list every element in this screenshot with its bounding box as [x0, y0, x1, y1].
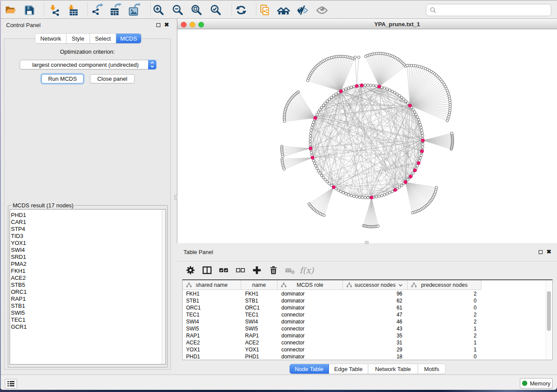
- network-canvas[interactable]: [177, 30, 557, 243]
- table-row[interactable]: ORC1ORC1dominator610: [183, 304, 481, 311]
- import-table-button[interactable]: [63, 2, 82, 18]
- mcds-result-list[interactable]: PHD1CAR1STP4TID3YOX1SWI4SRD1PMA2FKH1ACE2…: [10, 209, 166, 364]
- clone-network-button[interactable]: [256, 2, 274, 18]
- mcds-result-item[interactable]: ACE2: [10, 275, 159, 282]
- window-maximize-button[interactable]: [198, 22, 204, 28]
- sort-descending-icon: [398, 284, 403, 287]
- open-file-button[interactable]: [1, 2, 20, 18]
- save-session-button[interactable]: [20, 2, 38, 18]
- mcds-result-item[interactable]: TEC1: [10, 316, 159, 323]
- search-box: [426, 4, 551, 16]
- mcds-result-item[interactable]: TID3: [10, 233, 159, 240]
- close-panel-icon[interactable]: ✖: [164, 23, 169, 27]
- mcds-result-item[interactable]: RAP1: [10, 296, 159, 303]
- network-window-titlebar[interactable]: YPA_prune.txt_1: [177, 19, 557, 29]
- column-header-name[interactable]: name: [241, 280, 277, 290]
- mcds-result-item[interactable]: YOX1: [10, 240, 159, 247]
- table-cell: 0: [408, 297, 481, 304]
- column-header-MCDS-role[interactable]: MCDS role: [277, 280, 343, 290]
- column-settings-icon: [185, 265, 196, 275]
- zoom-selected-button[interactable]: [207, 2, 225, 18]
- table-cell: 2: [408, 311, 481, 318]
- zoom-in-icon: [152, 3, 165, 17]
- table-row[interactable]: SWI5SWI5connector431: [183, 325, 481, 332]
- function-builder-button[interactable]: f(x): [298, 263, 315, 278]
- mcds-result-item[interactable]: SWI4: [10, 247, 159, 254]
- mcds-result-item[interactable]: PHD1: [10, 212, 159, 219]
- tab-motifs[interactable]: Motifs: [418, 364, 445, 374]
- split-view-button[interactable]: [199, 263, 215, 278]
- table-row[interactable]: YOX1YOX1connector291: [183, 346, 481, 353]
- mcds-list-scrollbar[interactable]: [162, 210, 166, 364]
- zoom-out-button[interactable]: [169, 2, 187, 18]
- export-table-button[interactable]: [106, 2, 125, 18]
- close-panel-button[interactable]: Close panel: [90, 74, 135, 83]
- show-all-icon: [277, 3, 290, 17]
- tab-edge-table[interactable]: Edge Table: [329, 364, 368, 374]
- tab-style[interactable]: Style: [66, 34, 90, 43]
- tab-network-table[interactable]: Network Table: [368, 364, 418, 374]
- delete-table-button[interactable]: [282, 263, 298, 278]
- zoom-selected-icon: [209, 3, 222, 17]
- table-scrollbar[interactable]: [546, 281, 551, 360]
- export-image-button[interactable]: [125, 2, 143, 18]
- mcds-result-item[interactable]: ORC1: [10, 289, 159, 296]
- mcds-result-item[interactable]: STB5: [10, 282, 159, 289]
- mcds-result-item[interactable]: PMA2: [10, 261, 159, 268]
- float-table-panel-icon[interactable]: [539, 250, 543, 254]
- export-network-button[interactable]: [88, 2, 106, 18]
- mcds-result-item[interactable]: SRD1: [10, 254, 159, 261]
- window-minimize-button[interactable]: [190, 22, 195, 28]
- table-cell: YOX1: [241, 346, 277, 353]
- table-cell: 46: [343, 318, 408, 325]
- column-header-shared-name[interactable]: shared name: [183, 280, 241, 290]
- tab-select[interactable]: Select: [90, 34, 116, 43]
- deselect-all-button[interactable]: [232, 263, 249, 278]
- import-network-button[interactable]: [45, 2, 63, 18]
- close-table-panel-icon[interactable]: ✖: [547, 250, 551, 254]
- zoom-fit-button[interactable]: [187, 2, 206, 18]
- table-row[interactable]: SWI4SWI4dominator462: [183, 318, 481, 325]
- table-cell: FKH1: [241, 290, 277, 297]
- table-scrollbar-thumb[interactable]: [547, 291, 551, 331]
- column-header-predecessor-nodes[interactable]: predecessor nodes: [408, 280, 481, 290]
- mcds-result-item[interactable]: SWI5: [10, 309, 159, 316]
- table-row[interactable]: TEC1TEC1connector472: [183, 311, 481, 318]
- mcds-result-item[interactable]: STB1: [10, 303, 159, 309]
- table-row[interactable]: RAP1RAP1dominator352: [183, 332, 481, 339]
- refresh-button[interactable]: [232, 2, 250, 18]
- table-cell: 2: [408, 290, 481, 297]
- show-hidden-button[interactable]: [313, 2, 331, 18]
- hide-selected-button[interactable]: [293, 2, 311, 18]
- mcds-result-item[interactable]: FKH1: [10, 268, 159, 275]
- control-panel-title: Control Panel: [6, 22, 41, 28]
- float-panel-icon[interactable]: [156, 23, 160, 27]
- horizontal-splitter-handle[interactable]: [365, 241, 369, 244]
- show-panels-button[interactable]: [5, 379, 17, 389]
- mcds-result-item[interactable]: GCR1: [10, 323, 159, 330]
- vertical-splitter-handle[interactable]: [174, 195, 177, 200]
- memory-button[interactable]: Memory: [520, 378, 553, 389]
- create-column-button[interactable]: [249, 263, 265, 278]
- tab-network[interactable]: Network: [35, 34, 66, 43]
- delete-column-button[interactable]: [265, 263, 282, 278]
- select-all-button[interactable]: [215, 263, 232, 278]
- column-header-successor-nodes[interactable]: successor nodes: [343, 280, 408, 290]
- table-row[interactable]: ACE2ACE2connector311: [183, 339, 481, 346]
- table-row[interactable]: STB1STB1dominator620: [183, 297, 481, 304]
- table-cell: 1: [408, 339, 481, 346]
- run-mcds-button[interactable]: Run MCDS: [42, 74, 83, 83]
- mcds-result-item[interactable]: CAR1: [10, 219, 159, 226]
- tab-node-table[interactable]: Node Table: [290, 364, 329, 374]
- table-row[interactable]: FKH1FKH1dominator962: [183, 290, 481, 297]
- column-settings-button[interactable]: [182, 263, 199, 278]
- search-input[interactable]: [436, 5, 551, 15]
- window-close-button[interactable]: [181, 22, 187, 28]
- zoom-in-button[interactable]: [149, 2, 168, 18]
- mcds-result-item[interactable]: STP4: [10, 226, 159, 233]
- optimization-criterion-select[interactable]: largest connected component (undirected): [20, 60, 156, 69]
- network-graph[interactable]: [177, 30, 557, 243]
- tab-mcds[interactable]: MCDS: [116, 34, 141, 43]
- table-row[interactable]: PHD1PHD1dominator180: [183, 353, 481, 360]
- show-all-button[interactable]: [274, 2, 293, 18]
